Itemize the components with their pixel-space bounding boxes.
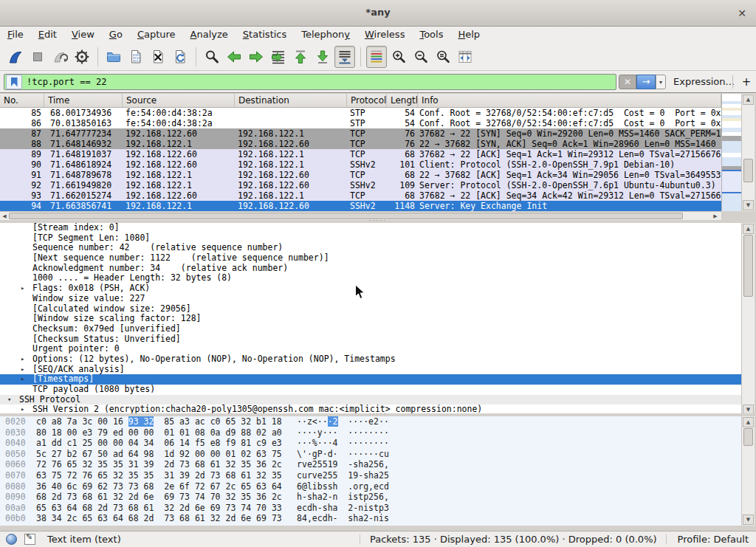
menu-analyze[interactable]: Analyze <box>183 27 236 43</box>
expand-icon[interactable]: ▸ <box>21 354 24 365</box>
go-to-packet-button[interactable] <box>268 46 289 68</box>
detail-line-4[interactable]: Acknowledgment number: 34 (relative ack … <box>0 264 741 274</box>
filter-apply-button[interactable]: → <box>636 75 656 89</box>
save-file-button[interactable]: 010101100111 <box>126 46 146 68</box>
scroll-up-icon[interactable]: ▲ <box>743 94 754 105</box>
column-header-no[interactable]: No. <box>0 94 44 107</box>
packet-row-86[interactable]: 8670.013850163fe:54:00:d4:38:2aSTP54Conf… <box>0 118 721 128</box>
detail-line-12[interactable]: Urgent pointer: 0 <box>0 344 741 354</box>
scroll-thumb[interactable] <box>743 235 753 297</box>
go-first-packet-button[interactable] <box>290 46 311 68</box>
capture-options-button[interactable] <box>72 46 92 68</box>
hex-row-0060[interactable]: 006072 76 65 32 35 35 31 39 2d 73 68 61 … <box>0 459 741 470</box>
display-filter-input[interactable]: !tcp.port == 22 <box>4 74 616 90</box>
menu-view[interactable]: View <box>64 27 102 43</box>
detail-line-7[interactable]: Window size value: 227 <box>0 294 741 304</box>
detail-line-11[interactable]: [Checksum Status: Unverified] <box>0 334 741 345</box>
hex-row-0030[interactable]: 003080 18 00 e3 79 ed 00 00 01 01 08 0a … <box>0 427 741 438</box>
hscroll-thumb[interactable] <box>9 213 683 219</box>
close-file-button[interactable] <box>148 46 168 68</box>
detail-line-10[interactable]: Checksum: 0x79ed [unverified] <box>0 324 741 334</box>
expand-icon[interactable]: ▸ <box>21 374 24 385</box>
packet-row-91[interactable]: 9171.648789678192.168.122.1192.168.122.6… <box>0 170 721 180</box>
bytes-scrollbar[interactable]: ▲ ▼ <box>741 416 755 526</box>
detail-line-16[interactable]: TCP payload (1080 bytes) <box>0 385 741 395</box>
detail-line-0[interactable]: [Stream index: 0] <box>0 223 741 233</box>
packet-list-hscrollbar[interactable]: ◀ ▶ <box>0 211 721 220</box>
menu-help[interactable]: Help <box>450 27 487 43</box>
packet-row-87[interactable]: 8771.647777234192.168.122.60192.168.122.… <box>0 128 721 139</box>
hex-row-0070[interactable]: 007063 75 72 76 65 32 35 35 31 39 2d 73 … <box>0 470 741 481</box>
scroll-thumb[interactable] <box>743 428 753 446</box>
detail-line-6[interactable]: ▸Flags: 0x018 (PSH, ACK) <box>0 283 741 294</box>
zoom-out-button[interactable] <box>410 46 431 68</box>
packet-row-93[interactable]: 9371.662015274192.168.122.60192.168.122.… <box>0 190 721 201</box>
packet-row-85[interactable]: 8568.001734936fe:54:00:d4:38:2aSTP54Conf… <box>0 108 721 118</box>
scroll-down-icon[interactable]: ▼ <box>743 515 754 525</box>
column-header-source[interactable]: Source <box>123 94 235 107</box>
add-filter-button[interactable]: + <box>740 75 753 89</box>
expand-icon[interactable]: ▸ <box>21 283 24 294</box>
packet-minimap[interactable] <box>721 94 741 211</box>
column-header-info[interactable]: Info <box>418 94 721 107</box>
scroll-up-icon[interactable]: ▲ <box>743 224 754 234</box>
hex-row-0020[interactable]: 0020c0 a8 7a 3c 00 16 93 32 85 a3 ac c0 … <box>0 416 741 427</box>
menu-telephony[interactable]: Telephony <box>294 27 357 43</box>
scroll-thumb[interactable] <box>743 159 753 182</box>
detail-line-17[interactable]: ▾SSH Protocol <box>0 395 741 405</box>
hex-row-0090[interactable]: 009068 2d 73 68 61 32 2d 6e 69 73 74 70 … <box>0 492 741 503</box>
go-last-packet-button[interactable] <box>312 46 333 68</box>
detail-line-13[interactable]: ▸Options: (12 bytes), No-Operation (NOP)… <box>0 354 741 365</box>
detail-line-9[interactable]: [Window size scaling factor: 128] <box>0 314 741 324</box>
detail-line-1[interactable]: [TCP Segment Len: 1080] <box>0 233 741 244</box>
open-file-button[interactable] <box>103 46 124 68</box>
zoom-in-button[interactable] <box>388 46 409 68</box>
packet-row-92[interactable]: 9271.661949820192.168.122.1192.168.122.6… <box>0 180 721 190</box>
capture-comment-icon[interactable]: ✎ <box>24 534 35 545</box>
detail-line-14[interactable]: ▸[SEQ/ACK analysis] <box>0 365 741 375</box>
filter-clear-button[interactable]: ✕ <box>619 75 636 89</box>
scroll-left-icon[interactable]: ◀ <box>0 213 9 220</box>
column-header-time[interactable]: Time <box>44 94 123 107</box>
wireshark-start-capture-button[interactable] <box>5 46 26 68</box>
reload-file-button[interactable] <box>170 46 190 68</box>
detail-line-15[interactable]: ▸[Timestamps] <box>0 374 741 385</box>
column-header-protocol[interactable]: Protocol <box>347 94 387 107</box>
column-header-destination[interactable]: Destination <box>235 94 347 107</box>
expression-button[interactable]: Expression... <box>673 76 735 87</box>
menu-tools[interactable]: Tools <box>412 27 450 43</box>
scroll-up-icon[interactable]: ▲ <box>743 417 754 427</box>
packet-row-90[interactable]: 9071.648618924192.168.122.60192.168.122.… <box>0 159 721 170</box>
close-window-icon[interactable]: ✕ <box>734 5 750 21</box>
colorize-button[interactable] <box>366 46 387 68</box>
scroll-down-icon[interactable]: ▼ <box>743 200 754 210</box>
packet-row-89[interactable]: 8971.648191037192.168.122.60192.168.122.… <box>0 149 721 159</box>
menu-statistics[interactable]: Statistics <box>236 27 294 43</box>
filter-bookmark-button[interactable] <box>6 75 22 89</box>
go-forward-button[interactable] <box>246 46 267 68</box>
hex-row-00a0[interactable]: 00a065 63 64 68 2d 73 68 61 32 2d 6e 69 … <box>0 503 741 514</box>
menu-wireless[interactable]: Wireless <box>357 27 412 43</box>
packet-row-94[interactable]: 9471.663856741192.168.122.1192.168.122.6… <box>0 201 721 211</box>
menu-go[interactable]: Go <box>102 27 130 43</box>
hex-row-0080[interactable]: 008036 40 6c 69 62 73 73 68 2e 6f 72 67 … <box>0 481 741 492</box>
column-header-length[interactable]: Length <box>387 94 418 107</box>
hex-row-00b0[interactable]: 00b038 34 2c 65 63 64 68 2d 73 68 61 32 … <box>0 513 741 524</box>
find-packet-button[interactable] <box>202 46 222 68</box>
stop-capture-button[interactable] <box>27 46 48 68</box>
resize-columns-button[interactable] <box>455 46 475 68</box>
go-back-button[interactable] <box>224 46 244 68</box>
expert-info-icon[interactable] <box>6 534 17 545</box>
packet-row-88[interactable]: 8871.648146932192.168.122.1192.168.122.6… <box>0 139 721 149</box>
hex-row-0050[interactable]: 00505c 27 b2 67 50 ad 64 98 1d 92 00 00 … <box>0 449 741 460</box>
details-scrollbar[interactable]: ▲ ▼ <box>741 223 755 416</box>
hex-row-0040[interactable]: 0040a1 dd c1 25 00 00 04 34 06 14 f5 e8 … <box>0 438 741 449</box>
zoom-original-button[interactable] <box>433 46 453 68</box>
collapse-icon[interactable]: ▾ <box>7 395 11 405</box>
detail-line-3[interactable]: [Next sequence number: 1122 (relative se… <box>0 253 741 264</box>
detail-line-2[interactable]: Sequence number: 42 (relative sequence n… <box>0 243 741 253</box>
menu-capture[interactable]: Capture <box>130 27 183 43</box>
detail-line-8[interactable]: [Calculated window size: 29056] <box>0 304 741 314</box>
filter-dropdown-caret[interactable]: ▾ <box>656 75 666 89</box>
expand-icon[interactable]: ▸ <box>21 365 24 375</box>
